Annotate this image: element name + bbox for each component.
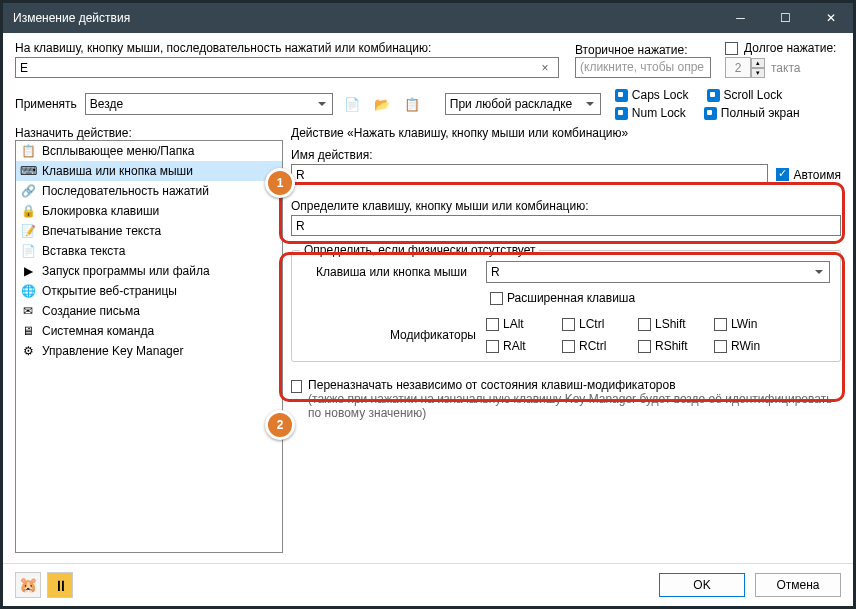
secondary-input[interactable]: (кликните, чтобы опре [575, 57, 711, 78]
list-item[interactable]: 🔒Блокировка клавиши [16, 201, 282, 221]
footer-btn-2[interactable]: ⏸ [47, 572, 73, 598]
action-icon: ▶ [20, 263, 36, 279]
autoname-checkbox[interactable] [776, 168, 789, 181]
action-icon: 📄 [20, 243, 36, 259]
list-item[interactable]: 🌐Открытие веб-страницы [16, 281, 282, 301]
scroll-toggle[interactable]: Scroll Lock [707, 88, 783, 102]
toolbar-new-icon[interactable]: 📄 [341, 93, 363, 115]
action-icon: 📋 [20, 143, 36, 159]
main-key-label: На клавишу, кнопку мыши, последовательно… [15, 41, 559, 55]
list-item[interactable]: 📄Вставка текста [16, 241, 282, 261]
mod-checkbox[interactable] [486, 340, 499, 353]
action-icon: ⌨ [20, 163, 36, 179]
action-icon: 📝 [20, 223, 36, 239]
list-item[interactable]: 🖥Системная команда [16, 321, 282, 341]
absent-group: Определить, если физически отсутствует К… [291, 250, 841, 362]
action-icon: ✉ [20, 303, 36, 319]
mod-checkbox[interactable] [638, 318, 651, 331]
panel-header: Действие «Нажать клавишу, кнопку мыши ил… [291, 126, 841, 140]
list-item[interactable]: ✉Создание письма [16, 301, 282, 321]
apply-combo[interactable]: Везде [85, 93, 333, 115]
fullscreen-toggle[interactable]: Полный экран [704, 106, 800, 120]
action-icon: ⚙ [20, 343, 36, 359]
list-item[interactable]: ⌨Клавиша или кнопка мыши [16, 161, 282, 181]
toolbar-open-icon[interactable]: 📂 [371, 93, 393, 115]
name-label: Имя действия: [291, 148, 841, 162]
close-button[interactable]: ✕ [808, 3, 853, 33]
name-input[interactable] [291, 164, 768, 185]
list-item[interactable]: 📋Всплывающее меню/Папка [16, 141, 282, 161]
ok-button[interactable]: OK [659, 573, 745, 597]
mod-checkbox[interactable] [562, 318, 575, 331]
assign-label: Назначить действие: [15, 126, 283, 140]
mod-checkbox[interactable] [562, 340, 575, 353]
secondary-label: Вторичное нажатие: [575, 43, 711, 57]
mod-checkbox[interactable] [638, 340, 651, 353]
action-icon: 🖥 [20, 323, 36, 339]
clear-icon[interactable]: × [536, 61, 554, 75]
caps-toggle[interactable]: Caps Lock [615, 88, 689, 102]
mod-checkbox[interactable] [714, 340, 727, 353]
titlebar: Изменение действия ─ ☐ ✕ [3, 3, 853, 33]
cancel-button[interactable]: Отмена [755, 573, 841, 597]
anno-badge-1: 1 [265, 168, 295, 198]
action-icon: 🌐 [20, 283, 36, 299]
anno-badge-2: 2 [265, 410, 295, 440]
long-press-checkbox[interactable] [725, 42, 738, 55]
list-item[interactable]: ⚙Управление Key Manager [16, 341, 282, 361]
list-item[interactable]: 📝Впечатывание текста [16, 221, 282, 241]
footer-btn-1[interactable]: 🐹 [15, 572, 41, 598]
define-input[interactable] [291, 215, 841, 236]
window-title: Изменение действия [13, 11, 718, 25]
maximize-button[interactable]: ☐ [763, 3, 808, 33]
long-press-spinner[interactable]: ▴▾ [725, 57, 765, 78]
absent-key-combo[interactable]: R [486, 261, 830, 283]
mod-checkbox[interactable] [486, 318, 499, 331]
num-toggle[interactable]: Num Lock [615, 106, 686, 120]
list-item[interactable]: 🔗Последовательность нажатий [16, 181, 282, 201]
extended-checkbox[interactable] [490, 292, 503, 305]
action-icon: 🔗 [20, 183, 36, 199]
define-label: Определите клавишу, кнопку мыши или комб… [291, 199, 841, 213]
list-item[interactable]: ▶Запуск программы или файла [16, 261, 282, 281]
action-panel: Действие «Нажать клавишу, кнопку мыши ил… [291, 126, 841, 553]
layout-combo[interactable]: При любой раскладке [445, 93, 601, 115]
action-list[interactable]: 📋Всплывающее меню/Папка⌨Клавиша или кноп… [15, 140, 283, 553]
action-icon: 🔒 [20, 203, 36, 219]
minimize-button[interactable]: ─ [718, 3, 763, 33]
apply-label: Применять [15, 97, 77, 111]
main-key-input[interactable]: E × [15, 57, 559, 78]
reassign-checkbox[interactable] [291, 380, 302, 393]
toolbar-copy-icon[interactable]: 📋 [401, 93, 423, 115]
mod-checkbox[interactable] [714, 318, 727, 331]
